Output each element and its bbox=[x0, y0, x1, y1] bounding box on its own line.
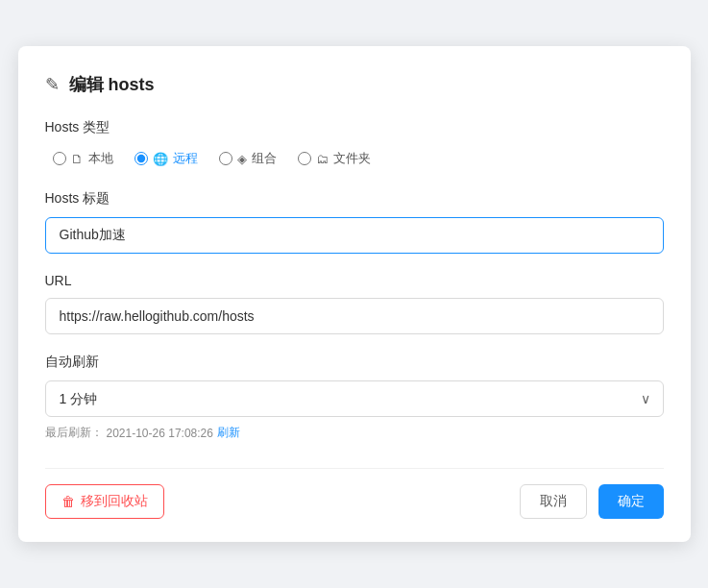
dialog-title: 编辑 hosts bbox=[69, 73, 155, 96]
refresh-info: 最后刷新： 2021-10-26 17:08:26 刷新 bbox=[45, 425, 664, 441]
auto-refresh-section: 自动刷新 不刷新 1 分钟 5 分钟 10 分钟 30 分钟 1 小时 ∨ 最后… bbox=[45, 354, 664, 441]
trash-icon: 🗑 bbox=[61, 494, 75, 509]
edit-icon: ✎ bbox=[45, 74, 60, 95]
delete-label: 移到回收站 bbox=[81, 493, 148, 510]
radio-folder-label: 文件夹 bbox=[333, 150, 371, 167]
local-icon: 🗋 bbox=[71, 152, 84, 166]
radio-folder[interactable] bbox=[298, 152, 311, 165]
dialog-footer: 🗑 移到回收站 取消 确定 bbox=[45, 468, 664, 519]
radio-local-label: 本地 bbox=[88, 150, 113, 167]
radio-group[interactable] bbox=[219, 152, 232, 165]
dialog-header: ✎ 编辑 hosts bbox=[45, 73, 664, 96]
hosts-title-label: Hosts 标题 bbox=[45, 190, 664, 208]
radio-local[interactable] bbox=[53, 152, 66, 165]
auto-refresh-select[interactable]: 不刷新 1 分钟 5 分钟 10 分钟 30 分钟 1 小时 bbox=[45, 380, 664, 417]
hosts-type-radio-group: 🗋 本地 🌐 远程 ◈ 组合 🗂 文件夹 bbox=[45, 146, 664, 171]
hosts-type-section: Hosts 类型 🗋 本地 🌐 远程 ◈ 组合 bbox=[45, 119, 664, 171]
radio-option-group[interactable]: ◈ 组合 bbox=[211, 146, 284, 171]
url-label: URL bbox=[45, 273, 664, 288]
cancel-button[interactable]: 取消 bbox=[520, 484, 587, 519]
radio-option-remote[interactable]: 🌐 远程 bbox=[127, 146, 206, 171]
hosts-type-label: Hosts 类型 bbox=[45, 119, 664, 136]
auto-refresh-label: 自动刷新 bbox=[45, 354, 664, 371]
radio-remote-label: 远程 bbox=[173, 150, 198, 167]
last-refresh-time: 2021-10-26 17:08:26 bbox=[107, 427, 213, 440]
url-input[interactable] bbox=[45, 298, 664, 334]
remote-icon: 🌐 bbox=[153, 152, 168, 166]
group-icon: ◈ bbox=[237, 152, 247, 166]
radio-option-folder[interactable]: 🗂 文件夹 bbox=[290, 146, 378, 171]
hosts-title-input[interactable] bbox=[45, 217, 664, 254]
radio-remote[interactable] bbox=[134, 152, 148, 165]
url-section: URL bbox=[45, 273, 664, 334]
folder-icon: 🗂 bbox=[316, 152, 329, 166]
action-buttons: 取消 确定 bbox=[520, 484, 664, 519]
radio-group-label: 组合 bbox=[252, 150, 277, 167]
confirm-button[interactable]: 确定 bbox=[598, 484, 664, 519]
delete-button[interactable]: 🗑 移到回收站 bbox=[45, 484, 164, 519]
edit-hosts-dialog: ✎ 编辑 hosts Hosts 类型 🗋 本地 🌐 远程 ◈ 组合 bbox=[18, 46, 691, 542]
refresh-link[interactable]: 刷新 bbox=[217, 425, 240, 441]
radio-option-local[interactable]: 🗋 本地 bbox=[45, 146, 121, 171]
auto-refresh-select-wrapper: 不刷新 1 分钟 5 分钟 10 分钟 30 分钟 1 小时 ∨ bbox=[45, 380, 664, 417]
last-refresh-label: 最后刷新： bbox=[45, 425, 103, 441]
hosts-title-section: Hosts 标题 bbox=[45, 190, 664, 254]
